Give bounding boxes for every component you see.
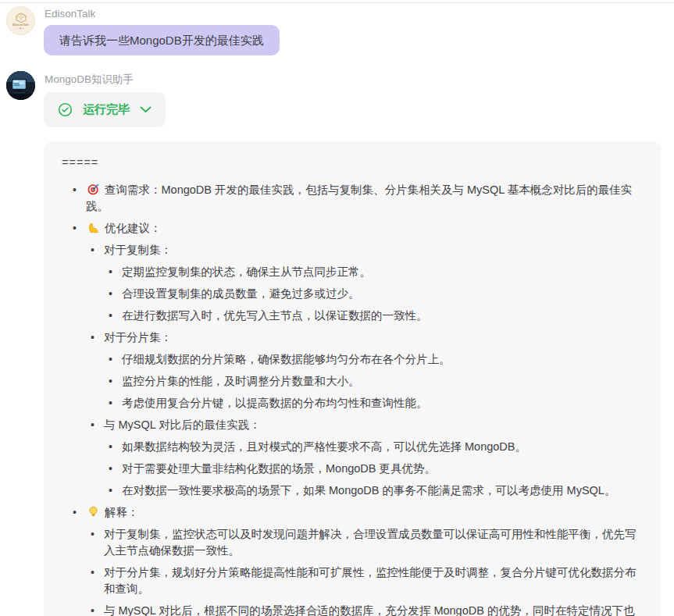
list-item: 对于分片集： 仔细规划数据的分片策略，确保数据能够均匀分布在各个分片上。 监控分… — [91, 329, 643, 411]
response-top-delimiter: ===== — [62, 155, 643, 171]
list-item: 对于需要处理大量非结构化数据的场景，MongoDB 更具优势。 — [109, 461, 643, 477]
list-item-text: 仔细规划数据的分片策略，确保数据能够均匀分布在各个分片上。 — [122, 353, 451, 365]
list-item-text: 对于分片集，规划好分片策略能提高性能和可扩展性，监控性能便于及时调整，复合分片键… — [104, 566, 637, 595]
list-item: 如果数据结构较为灵活，且对模式的严格性要求不高，可以优先选择 MongoDB。 — [109, 439, 643, 455]
list-item: 解释： 对于复制集，监控状态可以及时发现问题并解决，合理设置成员数量可以保证高可… — [73, 504, 643, 616]
nested-list: 定期监控复制集的状态，确保主从节点同步正常。 合理设置复制集的成员数量，避免过多… — [104, 264, 643, 324]
list-item: 在进行数据写入时，优先写入主节点，以保证数据的一致性。 — [109, 308, 643, 324]
assistant-name: MongoDB知识助手 — [45, 73, 662, 87]
nested-list: 如果数据结构较为灵活，且对模式的严格性要求不高，可以优先选择 MongoDB。 … — [104, 439, 643, 499]
list-item: 与 MySQL 对比后，根据不同的场景选择合适的数据库，充分发挥 MongoDB… — [91, 603, 643, 616]
list-item: 仔细规划数据的分片策略，确保数据能够均匀分布在各个分片上。 — [109, 351, 643, 368]
list-item-text: 在进行数据写入时，优先写入主节点，以保证数据的一致性。 — [122, 309, 428, 322]
assistant-message: MongoDB知识助手 运行完毕 ===== — [6, 71, 662, 616]
user-avatar: EdisonTalk —◈— — [6, 6, 35, 35]
monitor-photo — [6, 71, 35, 100]
list-item-text: 对于复制集，监控状态可以及时发现问题并解决，合理设置成员数量可以保证高可用性和性… — [104, 528, 637, 557]
list-item: 考虑使用复合分片键，以提高数据的分布均匀性和查询性能。 — [109, 395, 643, 411]
assistant-avatar — [6, 71, 35, 100]
response-list: 查询需求：MongoDB 开发的最佳实践，包括与复制集、分片集相关及与 MySQ… — [61, 182, 643, 616]
light-bulb-emoji — [86, 505, 101, 518]
run-status-toggle[interactable]: 运行完毕 — [44, 92, 166, 127]
list-item-text: 与 MySQL 对比后的最佳实践： — [104, 418, 261, 431]
list-item-text: 考虑使用复合分片键，以提高数据的分布均匀性和查询性能。 — [122, 397, 428, 409]
list-item-text: 对于需要处理大量非结构化数据的场景，MongoDB 更具优势。 — [122, 462, 436, 475]
flexed-biceps-emoji — [86, 221, 101, 234]
list-item-text: 定期监控复制集的状态，确保主从节点同步正常。 — [122, 265, 371, 278]
list-item-text: 如果数据结构较为灵活，且对模式的严格性要求不高，可以优先选择 MongoDB。 — [122, 440, 526, 453]
chat-thread: EdisonTalk —◈— EdisonTalk 请告诉我一些MongoDB开… — [0, 0, 674, 616]
check-circle-icon — [58, 102, 73, 117]
list-item: 与 MySQL 对比后的最佳实践： 如果数据结构较为灵活，且对模式的严格性要求不… — [91, 417, 643, 499]
list-item: 查询需求：MongoDB 开发的最佳实践，包括与复制集、分片集相关及与 MySQ… — [73, 182, 643, 215]
dart-target-emoji — [86, 183, 101, 196]
list-item: 对于复制集，监控状态可以及时发现问题并解决，合理设置成员数量可以保证高可用性和性… — [91, 526, 643, 559]
list-item: 优化建议： 对于复制集： 定期监控复制集的状态，确保主从节点同步正常。 合理设置… — [73, 220, 643, 499]
list-item-text: 对于复制集： — [104, 244, 172, 256]
list-item: 对于复制集： 定期监控复制集的状态，确保主从节点同步正常。 合理设置复制集的成员… — [91, 242, 643, 324]
list-item: 监控分片集的性能，及时调整分片数量和大小。 — [109, 373, 643, 390]
list-item: 对于分片集，规划好分片策略能提高性能和可扩展性，监控性能便于及时调整，复合分片键… — [91, 564, 643, 597]
list-item-text: 监控分片集的性能，及时调整分片数量和大小。 — [122, 375, 360, 387]
nested-list: 对于复制集，监控状态可以及时发现问题并解决，合理设置成员数量可以保证高可用性和性… — [86, 526, 643, 616]
list-item-text: 在对数据一致性要求极高的场景下，如果 MongoDB 的事务不能满足需求，可以考… — [122, 484, 615, 497]
list-item-text: 查询需求：MongoDB 开发的最佳实践，包括与复制集、分片集相关及与 MySQ… — [86, 183, 632, 212]
list-item-text: 合理设置复制集的成员数量，避免过多或过少。 — [122, 287, 360, 300]
user-message-bubble: 请告诉我一些MongoDB开发的最佳实践 — [44, 25, 280, 55]
edisontalk-logo-icon — [15, 12, 27, 23]
assistant-response-card: ===== 查询需求：MongoDB 开发的最佳实践，包括与复制集、分片集相关及… — [44, 141, 662, 616]
list-item-text: 对于分片集： — [104, 331, 172, 344]
list-item: 定期监控复制集的状态，确保主从节点同步正常。 — [109, 264, 643, 280]
list-item-text: 与 MySQL 对比后，根据不同的场景选择合适的数据库，充分发挥 MongoDB… — [104, 604, 634, 616]
list-item: 在对数据一致性要求极高的场景下，如果 MongoDB 的事务不能满足需求，可以考… — [109, 482, 643, 499]
list-item-text: 优化建议： — [105, 222, 162, 234]
run-status-label: 运行完毕 — [83, 102, 130, 117]
user-message: EdisonTalk —◈— EdisonTalk 请告诉我一些MongoDB开… — [6, 6, 662, 55]
user-name: EdisonTalk — [45, 8, 662, 20]
list-item-text: 解释： — [105, 506, 139, 518]
nested-list: 对于复制集： 定期监控复制集的状态，确保主从节点同步正常。 合理设置复制集的成员… — [86, 242, 643, 499]
avatar-rule: —◈— — [17, 27, 23, 30]
nested-list: 仔细规划数据的分片策略，确保数据能够均匀分布在各个分片上。 监控分片集的性能，及… — [104, 351, 643, 411]
list-item: 合理设置复制集的成员数量，避免过多或过少。 — [109, 286, 643, 302]
chevron-down-icon — [140, 106, 152, 113]
